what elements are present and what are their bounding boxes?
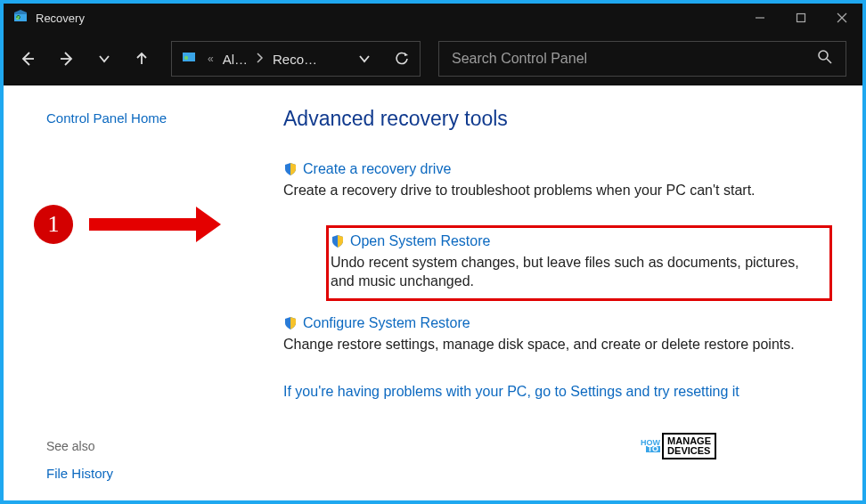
control-panel-home-link[interactable]: Control Panel Home bbox=[46, 110, 223, 126]
tools-list: Create a recovery drive Create a recover… bbox=[283, 158, 832, 359]
close-button[interactable] bbox=[821, 4, 862, 32]
configure-system-restore-desc: Change restore settings, manage disk spa… bbox=[283, 335, 818, 354]
svg-marker-11 bbox=[404, 53, 408, 56]
svg-line-13 bbox=[827, 59, 831, 63]
address-bar[interactable]: « Al… Reco… bbox=[171, 41, 421, 77]
content-area: Control Panel Home See also File History… bbox=[7, 89, 859, 497]
search-input[interactable] bbox=[452, 51, 817, 67]
create-recovery-drive-item: Create a recovery drive Create a recover… bbox=[283, 158, 832, 206]
recovery-location-icon bbox=[181, 49, 197, 69]
reset-pc-settings-link[interactable]: If you're having problems with your PC, … bbox=[283, 384, 832, 400]
page-title: Advanced recovery tools bbox=[283, 107, 832, 131]
open-system-restore-item: Open System Restore Undo recent system c… bbox=[326, 225, 832, 301]
window-titlebar: Recovery bbox=[4, 4, 862, 32]
search-bar[interactable] bbox=[438, 41, 846, 77]
breadcrumb-seg1[interactable]: Al… bbox=[223, 52, 248, 67]
shield-icon bbox=[283, 316, 298, 330]
svg-point-12 bbox=[819, 51, 828, 60]
navigation-toolbar: « Al… Reco… bbox=[4, 32, 862, 85]
recovery-app-icon bbox=[12, 9, 29, 28]
watermark-logo: HOW TO MANAGE DEVICES bbox=[641, 433, 716, 459]
svg-rect-4 bbox=[797, 14, 805, 22]
breadcrumb-seg2[interactable]: Reco… bbox=[273, 52, 317, 67]
forward-button[interactable] bbox=[59, 51, 75, 67]
shield-icon bbox=[331, 234, 345, 248]
configure-system-restore-item: Configure System Restore Change restore … bbox=[283, 312, 832, 360]
window-title: Recovery bbox=[36, 12, 85, 25]
create-recovery-drive-link[interactable]: Create a recovery drive bbox=[303, 161, 451, 177]
breadcrumb-back-chevron-icon: « bbox=[208, 53, 214, 65]
configure-system-restore-link[interactable]: Configure System Restore bbox=[303, 315, 470, 331]
main-panel: Advanced recovery tools 1 Create a recov… bbox=[239, 89, 859, 497]
file-history-link[interactable]: File History bbox=[46, 466, 223, 481]
svg-point-10 bbox=[184, 56, 188, 60]
create-recovery-drive-desc: Create a recovery drive to troubleshoot … bbox=[283, 181, 818, 200]
up-button[interactable] bbox=[134, 51, 150, 67]
open-system-restore-link[interactable]: Open System Restore bbox=[350, 233, 490, 249]
recent-locations-button[interactable] bbox=[98, 51, 110, 67]
svg-marker-1 bbox=[14, 10, 27, 14]
shield-icon bbox=[283, 162, 298, 176]
maximize-button[interactable] bbox=[780, 4, 821, 32]
back-button[interactable] bbox=[20, 51, 36, 67]
minimize-button[interactable] bbox=[739, 4, 780, 32]
address-dropdown-button[interactable] bbox=[355, 53, 373, 65]
chevron-right-icon bbox=[257, 53, 264, 66]
open-system-restore-desc: Undo recent system changes, but leave fi… bbox=[331, 253, 822, 291]
refresh-button[interactable] bbox=[393, 52, 411, 66]
search-icon[interactable] bbox=[817, 49, 833, 69]
see-also-label: See also bbox=[46, 439, 223, 453]
sidebar: Control Panel Home See also File History bbox=[7, 89, 239, 497]
